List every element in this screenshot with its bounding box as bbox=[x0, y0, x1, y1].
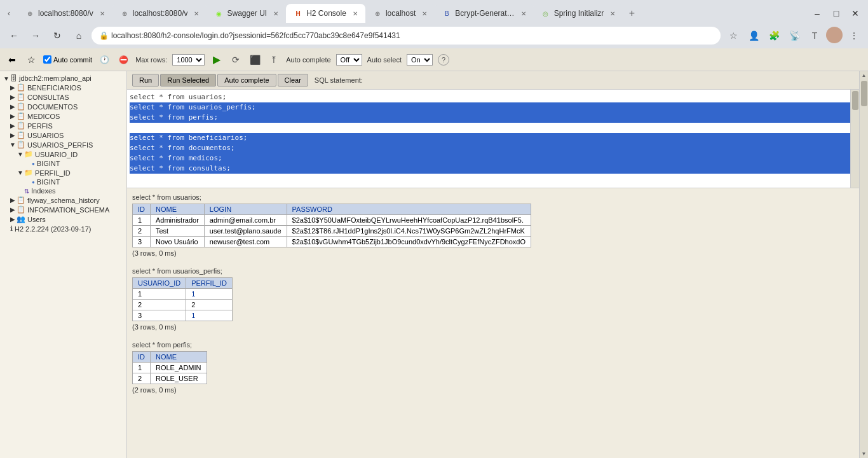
cell-login: newuser@test.com bbox=[204, 237, 287, 247]
column-icon-usuario-id: 📁 bbox=[24, 150, 33, 158]
h2-bookmark-icon[interactable]: ☆ bbox=[24, 53, 38, 67]
run-selected-button[interactable]: Run Selected bbox=[160, 74, 216, 87]
h2-back-icon[interactable]: ⬅ bbox=[5, 53, 19, 67]
cell-nome: Administrador bbox=[151, 215, 205, 226]
sidebar-usuarios-perfis[interactable]: ▼ 📋 USUARIOS_PERFIS bbox=[0, 140, 126, 149]
profile-button[interactable]: 👤 bbox=[745, 27, 763, 45]
result-3-count: (2 rows, 0 ms) bbox=[132, 386, 854, 394]
close-button[interactable]: ✕ bbox=[846, 4, 864, 22]
bigint-2-label: BIGINT bbox=[37, 178, 60, 186]
result-2-query: select * from usuarios_perfis; bbox=[132, 267, 854, 275]
address-bar[interactable]: 🔒 localhost:8080/h2-console/login.do?jse… bbox=[92, 27, 721, 45]
tab-2-favicon: ⊕ bbox=[120, 9, 129, 18]
sidebar-usuario-id[interactable]: ▼ 📁 USUARIO_ID bbox=[0, 149, 126, 159]
refresh-icon[interactable]: ⟳ bbox=[229, 53, 243, 67]
auto-complete-button[interactable]: Auto complete bbox=[217, 74, 276, 87]
new-tab-button[interactable]: + bbox=[623, 4, 641, 22]
tab-4-close[interactable]: ✕ bbox=[353, 10, 358, 17]
tab-7-close[interactable]: ✕ bbox=[610, 10, 615, 17]
cell-id: 1 bbox=[133, 215, 151, 226]
results-scrollbar[interactable]: ▲ ▼ bbox=[859, 71, 868, 458]
menu-button[interactable]: ⋮ bbox=[845, 27, 863, 45]
sql-editor-area: select * from usuarios; select * from us… bbox=[127, 90, 859, 188]
scroll-down-icon[interactable]: ▼ bbox=[862, 451, 867, 457]
auto-commit-checkbox[interactable] bbox=[43, 55, 51, 64]
scroll-track bbox=[861, 78, 867, 451]
browser-chrome: ‹ ⊕ localhost:8080/v ✕ ⊕ localhost:8080/… bbox=[0, 0, 868, 48]
result-1-query: select * from usuarios; bbox=[132, 193, 854, 201]
auto-complete-select[interactable]: Off On bbox=[336, 54, 362, 66]
sidebar-medicos[interactable]: ▶ 📋 MEDICOS bbox=[0, 111, 126, 121]
help-icon[interactable]: ? bbox=[438, 54, 449, 66]
cell-id: 2 bbox=[133, 373, 151, 384]
result-1-table: ID NOME LOGIN PASSWORD 1 Administrador a… bbox=[132, 204, 531, 247]
tab-scroll-left[interactable]: ‹ bbox=[0, 4, 18, 22]
bookmark-button[interactable]: ☆ bbox=[724, 27, 742, 45]
run-icon[interactable]: ▶ bbox=[210, 53, 224, 67]
cell-id: 3 bbox=[133, 237, 151, 247]
sql-scrollbar[interactable] bbox=[850, 90, 859, 188]
extension-button[interactable]: 🧩 bbox=[765, 27, 783, 45]
cell-id: 2 bbox=[133, 226, 151, 237]
sql-line-3: select * from perfis; bbox=[130, 113, 857, 123]
tab-5[interactable]: ⊕ localhost ✕ bbox=[365, 4, 435, 23]
tab-5-close[interactable]: ✕ bbox=[422, 10, 427, 17]
table-row: 1 1 bbox=[133, 289, 233, 300]
home-button[interactable]: ⌂ bbox=[70, 27, 88, 45]
tab-2[interactable]: ⊕ localhost:8080/v ✕ bbox=[112, 4, 207, 23]
avatar-button[interactable] bbox=[826, 27, 843, 43]
minimize-button[interactable]: – bbox=[808, 4, 826, 22]
tab-6-favicon: B bbox=[442, 9, 451, 18]
auto-select-select[interactable]: On Off bbox=[407, 54, 433, 66]
cast-button[interactable]: 📡 bbox=[785, 27, 803, 45]
clear-button[interactable]: Clear bbox=[278, 74, 308, 87]
sidebar-perfil-id-bigint[interactable]: ● BIGINT bbox=[0, 177, 126, 186]
sidebar-users[interactable]: ▶ 👥 Users bbox=[0, 214, 126, 224]
result-usuarios-perfis: select * from usuarios_perfis; USUARIO_I… bbox=[132, 267, 854, 331]
sidebar-usuario-id-bigint[interactable]: ● BIGINT bbox=[0, 159, 126, 168]
tab-4[interactable]: H H2 Console ✕ bbox=[286, 4, 365, 23]
tab-1[interactable]: ⊕ localhost:8080/v ✕ bbox=[18, 4, 112, 23]
stop-icon[interactable]: ⬛ bbox=[248, 53, 262, 67]
sidebar-usuarios[interactable]: ▶ 📋 USUARIOS bbox=[0, 130, 126, 140]
connection-item[interactable]: ▼ 🗄 jdbc:h2:mem:plano_api bbox=[0, 74, 126, 83]
tab-1-close[interactable]: ✕ bbox=[100, 10, 105, 17]
sidebar-perfil-id[interactable]: ▼ 📁 PERFIL_ID bbox=[0, 168, 126, 177]
sql-buttons-bar: Run Run Selected Auto complete Clear SQL… bbox=[127, 71, 859, 90]
translate-button[interactable]: T bbox=[806, 27, 824, 45]
max-rows-select[interactable]: 1000 100 500 bbox=[172, 54, 205, 66]
run-button[interactable]: Run bbox=[132, 74, 159, 87]
reload-button[interactable]: ↻ bbox=[48, 27, 66, 45]
sidebar-consultas[interactable]: ▶ 📋 CONSULTAS bbox=[0, 92, 126, 102]
tab-3-close[interactable]: ✕ bbox=[273, 10, 278, 17]
result-1-count: (3 rows, 0 ms) bbox=[132, 249, 854, 257]
forward-button[interactable]: → bbox=[27, 27, 44, 45]
sidebar-indexes[interactable]: ⇅ Indexes bbox=[0, 186, 126, 195]
result-usuarios: select * from usuarios; ID NOME LOGIN PA… bbox=[132, 193, 854, 257]
tab-7[interactable]: ◎ Spring Initializr ✕ bbox=[534, 4, 623, 23]
table-icon-usuarios: 📋 bbox=[17, 131, 25, 139]
tab-3-favicon: ◉ bbox=[214, 9, 223, 18]
sidebar-beneficiarios[interactable]: ▶ 📋 BENEFICIARIOS bbox=[0, 83, 126, 92]
scroll-up-icon[interactable]: ▲ bbox=[862, 73, 867, 78]
tab-3[interactable]: ◉ Swagger UI ✕ bbox=[207, 4, 286, 23]
version-expand bbox=[3, 225, 10, 232]
sidebar-documentos[interactable]: ▶ 📋 DOCUMENTOS bbox=[0, 102, 126, 111]
tab-6-close[interactable]: ✕ bbox=[521, 10, 526, 17]
tab-5-label: localhost bbox=[386, 9, 416, 18]
usuarios-label: USUARIOS bbox=[27, 132, 64, 139]
h2-clear-icon[interactable]: ⛔ bbox=[116, 53, 130, 67]
sidebar-information-schema[interactable]: ▶ 📋 INFORMATION_SCHEMA bbox=[0, 205, 126, 214]
disconnect-icon[interactable]: ⤒ bbox=[267, 53, 281, 67]
sql-editor[interactable]: select * from usuarios; select * from us… bbox=[127, 90, 859, 188]
sidebar-flyway[interactable]: ▶ 📋 flyway_schema_history bbox=[0, 195, 126, 205]
sidebar-perfis[interactable]: ▶ 📋 PERFIS bbox=[0, 121, 126, 130]
connection-label: jdbc:h2:mem:plano_api bbox=[19, 74, 92, 82]
tab-1-label: localhost:8080/v bbox=[38, 9, 93, 18]
results-area[interactable]: select * from usuarios; ID NOME LOGIN PA… bbox=[127, 188, 859, 458]
back-button[interactable]: ← bbox=[5, 27, 23, 45]
h2-history-icon[interactable]: 🕐 bbox=[97, 53, 111, 67]
tab-6[interactable]: B Bcrypt-Generat… ✕ bbox=[435, 4, 533, 23]
maximize-button[interactable]: □ bbox=[827, 4, 845, 22]
tab-2-close[interactable]: ✕ bbox=[194, 10, 199, 17]
